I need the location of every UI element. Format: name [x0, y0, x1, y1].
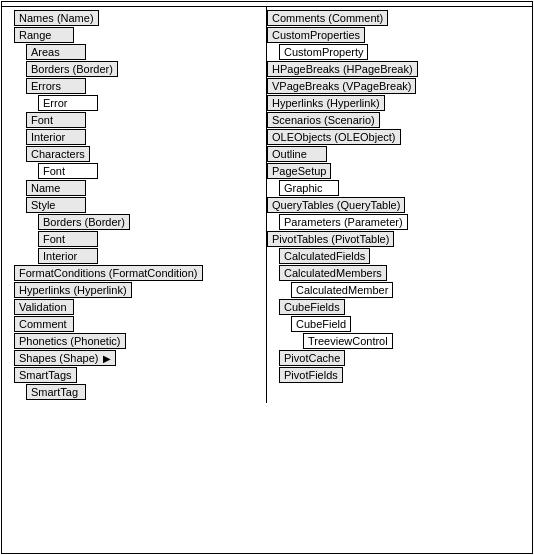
- list-item: Outline: [267, 146, 532, 162]
- node-label: Borders (Border): [38, 214, 130, 230]
- list-item: Graphic: [267, 180, 532, 196]
- list-item: Validation: [2, 299, 266, 315]
- list-item: PivotFields: [267, 367, 532, 383]
- node-label: HPageBreaks (HPageBreak): [267, 61, 418, 77]
- node-label: CustomProperties: [267, 27, 365, 43]
- list-item: Comments (Comment): [267, 10, 532, 26]
- node-label: CalculatedMember: [291, 282, 393, 298]
- list-item: CalculatedMembers: [267, 265, 532, 281]
- main-container: Names (Name)RangeAreasBorders (Border)Er…: [1, 1, 533, 554]
- list-item: Font: [2, 231, 266, 247]
- node-label: Comment: [14, 316, 74, 332]
- node-label: OLEObjects (OLEObject): [267, 129, 401, 145]
- list-item: Hyperlinks (Hyperlink): [267, 95, 532, 111]
- node-label: Hyperlinks (Hyperlink): [14, 282, 132, 298]
- node-label: Interior: [26, 129, 86, 145]
- node-label: Characters: [26, 146, 90, 162]
- list-item: QueryTables (QueryTable): [267, 197, 532, 213]
- list-item: PageSetup: [267, 163, 532, 179]
- list-item: CalculatedMember: [267, 282, 532, 298]
- node-label: Font: [38, 163, 98, 179]
- list-item: VPageBreaks (VPageBreak): [267, 78, 532, 94]
- list-item: PivotTables (PivotTable): [267, 231, 532, 247]
- node-label: Interior: [38, 248, 98, 264]
- node-label: Shapes (Shape): [14, 350, 116, 366]
- left-column: Names (Name)RangeAreasBorders (Border)Er…: [2, 7, 267, 403]
- node-label: Font: [26, 112, 86, 128]
- node-label: Hyperlinks (Hyperlink): [267, 95, 385, 111]
- list-item: HPageBreaks (HPageBreak): [267, 61, 532, 77]
- node-label: VPageBreaks (VPageBreak): [267, 78, 416, 94]
- list-item: Name: [2, 180, 266, 196]
- node-label: TreeviewControl: [303, 333, 393, 349]
- right-column: Comments (Comment)CustomPropertiesCustom…: [267, 7, 532, 403]
- list-item: CalculatedFields: [267, 248, 532, 264]
- list-item: Phonetics (Phonetic): [2, 333, 266, 349]
- list-item: Errors: [2, 78, 266, 94]
- list-item: CustomProperties: [267, 27, 532, 43]
- node-label: CubeField: [291, 316, 351, 332]
- list-item: Interior: [2, 129, 266, 145]
- list-item: Characters: [2, 146, 266, 162]
- node-label: CalculatedFields: [279, 248, 370, 264]
- node-label: Validation: [14, 299, 74, 315]
- list-item: FormatConditions (FormatCondition): [2, 265, 266, 281]
- node-label: Areas: [26, 44, 86, 60]
- list-item: Error: [2, 95, 266, 111]
- list-item: Hyperlinks (Hyperlink): [2, 282, 266, 298]
- list-item: PivotCache: [267, 350, 532, 366]
- content-area: Names (Name)RangeAreasBorders (Border)Er…: [2, 7, 532, 403]
- list-item: OLEObjects (OLEObject): [267, 129, 532, 145]
- list-item: Font: [2, 163, 266, 179]
- node-label: Name: [26, 180, 86, 196]
- node-label: QueryTables (QueryTable): [267, 197, 405, 213]
- node-label: SmartTag: [26, 384, 86, 400]
- node-label: PivotCache: [279, 350, 345, 366]
- list-item: Range: [2, 27, 266, 43]
- list-item: CubeField: [267, 316, 532, 332]
- node-label: FormatConditions (FormatCondition): [14, 265, 203, 281]
- node-label: Graphic: [279, 180, 339, 196]
- node-label: PivotTables (PivotTable): [267, 231, 394, 247]
- node-label: Phonetics (Phonetic): [14, 333, 126, 349]
- node-label: Names (Name): [14, 10, 99, 26]
- node-label: PivotFields: [279, 367, 343, 383]
- list-item: Names (Name): [2, 10, 266, 26]
- node-label: CalculatedMembers: [279, 265, 387, 281]
- node-label: Borders (Border): [26, 61, 118, 77]
- list-item: Scenarios (Scenario): [267, 112, 532, 128]
- node-label: Style: [26, 197, 86, 213]
- list-item: SmartTags: [2, 367, 266, 383]
- node-label: SmartTags: [14, 367, 77, 383]
- node-label: Comments (Comment): [267, 10, 388, 26]
- list-item: Borders (Border): [2, 61, 266, 77]
- list-item: CubeFields: [267, 299, 532, 315]
- node-label: Parameters (Parameter): [279, 214, 408, 230]
- list-item: Borders (Border): [2, 214, 266, 230]
- list-item: Shapes (Shape): [2, 350, 266, 366]
- node-label: PageSetup: [267, 163, 331, 179]
- list-item: Comment: [2, 316, 266, 332]
- node-label: CustomProperty: [279, 44, 368, 60]
- list-item: TreeviewControl: [267, 333, 532, 349]
- node-label: Scenarios (Scenario): [267, 112, 380, 128]
- list-item: SmartTag: [2, 384, 266, 400]
- node-label: Error: [38, 95, 98, 111]
- list-item: CustomProperty: [267, 44, 532, 60]
- list-item: Parameters (Parameter): [267, 214, 532, 230]
- list-item: Interior: [2, 248, 266, 264]
- list-item: Areas: [2, 44, 266, 60]
- node-label: CubeFields: [279, 299, 345, 315]
- node-label: Font: [38, 231, 98, 247]
- node-label: Range: [14, 27, 74, 43]
- node-label: Errors: [26, 78, 86, 94]
- list-item: Font: [2, 112, 266, 128]
- node-label: Outline: [267, 146, 327, 162]
- list-item: Style: [2, 197, 266, 213]
